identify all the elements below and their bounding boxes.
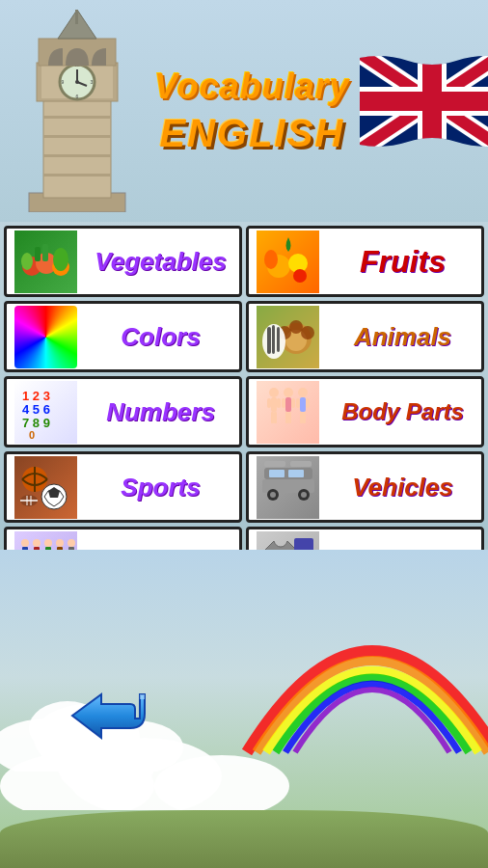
vocabulary-title: Vocabulary bbox=[154, 67, 350, 107]
vocab-grid: Vegetables Fruits Colors bbox=[0, 222, 488, 602]
vocab-card-colors[interactable]: Colors bbox=[4, 301, 242, 372]
svg-rect-66 bbox=[296, 398, 300, 408]
svg-rect-68 bbox=[300, 412, 303, 423]
animals-icon bbox=[257, 306, 319, 368]
svg-text:0: 0 bbox=[29, 429, 35, 441]
svg-rect-86 bbox=[288, 470, 304, 477]
svg-rect-5 bbox=[43, 174, 111, 176]
svg-rect-59 bbox=[285, 397, 291, 412]
fruits-label: Fruits bbox=[324, 244, 481, 280]
svg-text:7 8 9: 7 8 9 bbox=[22, 416, 50, 430]
svg-rect-69 bbox=[303, 412, 306, 423]
body-parts-label: Body Parts bbox=[324, 398, 481, 425]
svg-text:1 2 3: 1 2 3 bbox=[22, 389, 50, 403]
big-ben-illustration: 12 3 6 9 bbox=[10, 10, 145, 212]
svg-rect-85 bbox=[269, 470, 285, 477]
uk-flag bbox=[360, 53, 488, 149]
cloud-bottom bbox=[0, 723, 338, 810]
svg-rect-3 bbox=[43, 135, 111, 138]
english-title: ENGLISH bbox=[159, 112, 344, 155]
vocab-card-fruits[interactable]: Fruits bbox=[246, 226, 484, 297]
svg-point-89 bbox=[21, 539, 29, 547]
svg-rect-27 bbox=[360, 92, 488, 111]
svg-text:6: 6 bbox=[76, 94, 79, 99]
sports-label: Sports bbox=[82, 473, 239, 502]
svg-rect-31 bbox=[35, 247, 41, 261]
svg-point-58 bbox=[284, 388, 293, 397]
vocab-card-vegetables[interactable]: Vegetables bbox=[4, 226, 242, 297]
numbers-label: Numbers bbox=[82, 397, 239, 427]
vocab-card-animals[interactable]: Animals bbox=[246, 301, 484, 372]
svg-point-97 bbox=[44, 539, 52, 547]
svg-point-41 bbox=[289, 320, 303, 334]
svg-rect-61 bbox=[291, 398, 295, 408]
svg-text:9: 9 bbox=[62, 79, 65, 85]
vocab-card-numbers[interactable]: 1 2 3 4 5 6 7 8 9 0 Numbers bbox=[4, 376, 242, 448]
svg-point-38 bbox=[293, 269, 307, 283]
svg-point-105 bbox=[68, 539, 75, 547]
body-parts-icon bbox=[257, 381, 319, 444]
vehicles-label: Vehicles bbox=[324, 473, 481, 502]
vocab-card-vehicles[interactable]: Vehicles bbox=[246, 451, 484, 523]
svg-rect-63 bbox=[288, 412, 291, 423]
svg-rect-87 bbox=[264, 461, 285, 467]
svg-rect-2 bbox=[43, 116, 111, 119]
svg-point-64 bbox=[298, 388, 308, 397]
svg-point-37 bbox=[264, 250, 278, 269]
colors-icon bbox=[14, 306, 77, 368]
vocab-card-sports[interactable]: Sports bbox=[4, 451, 242, 523]
svg-text:3: 3 bbox=[91, 79, 94, 85]
svg-rect-88 bbox=[290, 461, 312, 467]
svg-rect-53 bbox=[271, 397, 277, 412]
svg-rect-67 bbox=[306, 398, 310, 408]
animals-label: Animals bbox=[324, 322, 481, 352]
svg-rect-4 bbox=[43, 154, 111, 157]
svg-point-43 bbox=[301, 326, 314, 339]
svg-point-34 bbox=[21, 253, 33, 270]
svg-point-101 bbox=[56, 539, 64, 547]
colors-label: Colors bbox=[82, 322, 239, 352]
ground bbox=[0, 810, 488, 868]
svg-point-82 bbox=[270, 492, 276, 498]
svg-rect-18 bbox=[75, 10, 78, 24]
svg-rect-55 bbox=[277, 398, 281, 408]
svg-rect-60 bbox=[282, 398, 285, 408]
svg-rect-1 bbox=[43, 96, 111, 198]
svg-point-84 bbox=[301, 492, 307, 498]
svg-rect-45 bbox=[267, 327, 271, 354]
svg-rect-47 bbox=[277, 327, 280, 352]
vocab-card-body-parts[interactable]: Body Parts bbox=[246, 376, 484, 448]
header-text: Vocabulary ENGLISH bbox=[145, 57, 360, 165]
svg-rect-62 bbox=[285, 412, 288, 423]
svg-rect-57 bbox=[274, 412, 277, 423]
fruits-icon bbox=[257, 231, 319, 293]
svg-point-93 bbox=[33, 539, 41, 547]
svg-rect-46 bbox=[272, 325, 275, 354]
svg-point-119 bbox=[58, 736, 154, 798]
svg-rect-56 bbox=[271, 412, 274, 423]
vegetables-label: Vegetables bbox=[82, 247, 239, 277]
svg-point-33 bbox=[53, 248, 68, 271]
svg-rect-54 bbox=[267, 398, 271, 408]
vegetables-icon bbox=[14, 231, 77, 293]
vehicles-icon bbox=[257, 456, 319, 519]
svg-text:4 5 6: 4 5 6 bbox=[22, 402, 50, 417]
back-button[interactable] bbox=[68, 675, 164, 743]
svg-point-52 bbox=[269, 388, 279, 397]
header-section: 12 3 6 9 Vocabulary ENGLISH bbox=[0, 0, 488, 222]
sports-icon bbox=[14, 456, 77, 519]
bottom-area bbox=[0, 550, 488, 868]
svg-rect-32 bbox=[42, 244, 48, 261]
svg-rect-65 bbox=[300, 397, 306, 412]
numbers-icon: 1 2 3 4 5 6 7 8 9 0 bbox=[14, 381, 77, 444]
